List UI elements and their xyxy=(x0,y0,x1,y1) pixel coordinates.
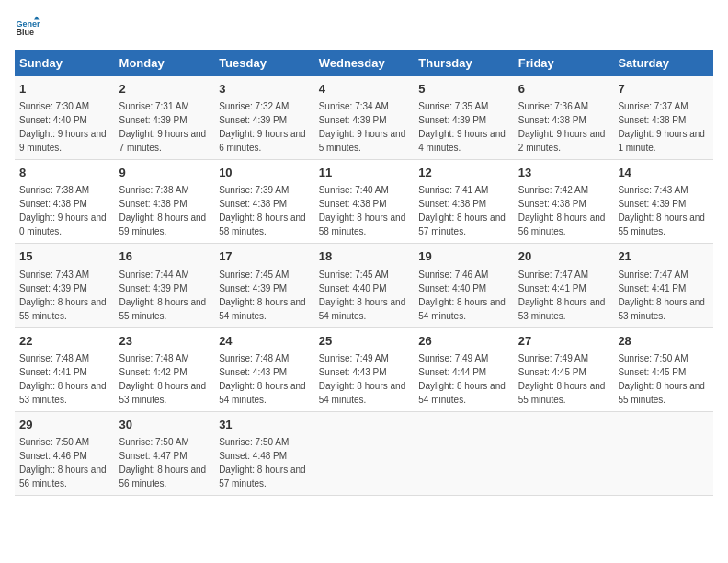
calendar-cell xyxy=(414,411,514,495)
calendar-cell: 17Sunrise: 7:45 AMSunset: 4:39 PMDayligh… xyxy=(214,244,314,327)
day-number: 14 xyxy=(618,165,709,181)
daylight-label: Daylight: 8 hours and 57 minutes. xyxy=(418,213,506,236)
weekday-header-tuesday: Tuesday xyxy=(214,50,314,76)
day-number: 15 xyxy=(19,248,110,265)
sunrise-label: Sunrise: 7:45 AM xyxy=(219,270,289,280)
daylight-label: Daylight: 8 hours and 53 minutes. xyxy=(119,381,207,405)
daylight-label: Daylight: 9 hours and 9 minutes. xyxy=(19,129,107,153)
calendar-week-row: 22Sunrise: 7:48 AMSunset: 4:41 PMDayligh… xyxy=(15,327,713,411)
sunrise-label: Sunrise: 7:40 AM xyxy=(319,185,389,195)
sunset-label: Sunset: 4:45 PM xyxy=(518,367,586,377)
calendar-cell: 9Sunrise: 7:38 AMSunset: 4:38 PMDaylight… xyxy=(115,160,215,244)
sunset-label: Sunset: 4:38 PM xyxy=(618,115,686,125)
sunset-label: Sunset: 4:38 PM xyxy=(219,199,287,209)
daylight-label: Daylight: 8 hours and 57 minutes. xyxy=(219,465,306,488)
day-number: 3 xyxy=(219,81,310,98)
day-number: 6 xyxy=(518,81,609,98)
daylight-label: Daylight: 8 hours and 55 minutes. xyxy=(618,381,705,405)
daylight-label: Daylight: 9 hours and 1 minute. xyxy=(618,129,705,153)
sunset-label: Sunset: 4:45 PM xyxy=(618,367,686,377)
weekday-header-thursday: Thursday xyxy=(414,50,514,76)
weekday-header-friday: Friday xyxy=(514,50,614,76)
weekday-header-monday: Monday xyxy=(115,50,215,76)
day-number: 30 xyxy=(119,417,210,433)
day-number: 18 xyxy=(319,248,410,265)
sunrise-label: Sunrise: 7:38 AM xyxy=(19,185,89,195)
calendar-week-row: 1Sunrise: 7:30 AMSunset: 4:40 PMDaylight… xyxy=(15,76,713,160)
svg-text:Blue: Blue xyxy=(16,28,34,37)
day-number: 24 xyxy=(219,333,310,350)
sunrise-label: Sunrise: 7:31 AM xyxy=(119,101,189,111)
day-number: 5 xyxy=(418,81,509,98)
calendar-cell: 14Sunrise: 7:43 AMSunset: 4:39 PMDayligh… xyxy=(613,160,713,244)
day-number: 13 xyxy=(518,165,609,181)
daylight-label: Daylight: 8 hours and 54 minutes. xyxy=(219,297,306,321)
calendar-cell xyxy=(314,411,415,495)
logo-icon: General Blue xyxy=(15,15,40,40)
daylight-label: Daylight: 8 hours and 59 minutes. xyxy=(119,213,207,236)
calendar-cell: 29Sunrise: 7:50 AMSunset: 4:46 PMDayligh… xyxy=(15,411,115,495)
sunrise-label: Sunrise: 7:38 AM xyxy=(119,185,189,195)
weekday-header-saturday: Saturday xyxy=(613,50,713,76)
sunrise-label: Sunrise: 7:30 AM xyxy=(19,101,89,111)
daylight-label: Daylight: 9 hours and 7 minutes. xyxy=(119,129,207,153)
calendar-cell: 1Sunrise: 7:30 AMSunset: 4:40 PMDaylight… xyxy=(15,76,115,160)
day-number: 23 xyxy=(119,333,210,350)
sunrise-label: Sunrise: 7:37 AM xyxy=(618,101,688,111)
calendar-cell: 22Sunrise: 7:48 AMSunset: 4:41 PMDayligh… xyxy=(15,327,115,411)
sunset-label: Sunset: 4:38 PM xyxy=(418,199,486,209)
day-number: 19 xyxy=(418,248,509,265)
day-number: 26 xyxy=(418,333,509,350)
calendar-cell: 8Sunrise: 7:38 AMSunset: 4:38 PMDaylight… xyxy=(15,160,115,244)
daylight-label: Daylight: 8 hours and 54 minutes. xyxy=(418,381,506,405)
daylight-label: Daylight: 8 hours and 56 minutes. xyxy=(119,465,207,488)
day-number: 10 xyxy=(219,165,310,181)
sunrise-label: Sunrise: 7:43 AM xyxy=(19,270,89,280)
calendar-cell: 10Sunrise: 7:39 AMSunset: 4:38 PMDayligh… xyxy=(214,160,314,244)
daylight-label: Daylight: 9 hours and 4 minutes. xyxy=(418,129,506,153)
sunset-label: Sunset: 4:40 PM xyxy=(418,283,486,293)
sunrise-label: Sunrise: 7:50 AM xyxy=(19,437,89,447)
calendar-cell xyxy=(514,411,614,495)
sunset-label: Sunset: 4:41 PM xyxy=(618,283,686,293)
calendar-cell: 21Sunrise: 7:47 AMSunset: 4:41 PMDayligh… xyxy=(613,244,713,327)
sunrise-label: Sunrise: 7:50 AM xyxy=(119,437,189,447)
sunset-label: Sunset: 4:39 PM xyxy=(119,115,188,125)
sunset-label: Sunset: 4:40 PM xyxy=(19,115,87,125)
daylight-label: Daylight: 8 hours and 55 minutes. xyxy=(518,381,606,405)
calendar-cell: 18Sunrise: 7:45 AMSunset: 4:40 PMDayligh… xyxy=(314,244,415,327)
sunset-label: Sunset: 4:44 PM xyxy=(418,367,486,377)
daylight-label: Daylight: 8 hours and 54 minutes. xyxy=(319,297,406,321)
calendar-cell: 27Sunrise: 7:49 AMSunset: 4:45 PMDayligh… xyxy=(514,327,614,411)
sunrise-label: Sunrise: 7:49 AM xyxy=(319,353,389,363)
day-number: 4 xyxy=(319,81,410,98)
weekday-header-sunday: Sunday xyxy=(15,50,115,76)
daylight-label: Daylight: 8 hours and 55 minutes. xyxy=(119,297,207,321)
calendar-cell: 30Sunrise: 7:50 AMSunset: 4:47 PMDayligh… xyxy=(115,411,215,495)
daylight-label: Daylight: 9 hours and 2 minutes. xyxy=(518,129,606,153)
sunset-label: Sunset: 4:41 PM xyxy=(518,283,586,293)
sunset-label: Sunset: 4:38 PM xyxy=(319,199,387,209)
sunrise-label: Sunrise: 7:47 AM xyxy=(518,270,588,280)
sunset-label: Sunset: 4:38 PM xyxy=(119,199,188,209)
sunrise-label: Sunrise: 7:48 AM xyxy=(119,353,189,363)
calendar-cell: 7Sunrise: 7:37 AMSunset: 4:38 PMDaylight… xyxy=(613,76,713,160)
sunset-label: Sunset: 4:47 PM xyxy=(119,451,188,461)
sunrise-label: Sunrise: 7:49 AM xyxy=(418,353,488,363)
daylight-label: Daylight: 8 hours and 53 minutes. xyxy=(618,297,705,321)
calendar-week-row: 8Sunrise: 7:38 AMSunset: 4:38 PMDaylight… xyxy=(15,160,713,244)
sunset-label: Sunset: 4:41 PM xyxy=(19,367,87,377)
sunset-label: Sunset: 4:39 PM xyxy=(618,199,686,209)
daylight-label: Daylight: 8 hours and 54 minutes. xyxy=(418,297,506,321)
daylight-label: Daylight: 9 hours and 5 minutes. xyxy=(319,129,406,153)
calendar-cell: 23Sunrise: 7:48 AMSunset: 4:42 PMDayligh… xyxy=(115,327,215,411)
sunrise-label: Sunrise: 7:34 AM xyxy=(319,101,389,111)
sunset-label: Sunset: 4:38 PM xyxy=(19,199,87,209)
day-number: 25 xyxy=(319,333,410,350)
day-number: 1 xyxy=(19,81,110,98)
calendar-cell: 31Sunrise: 7:50 AMSunset: 4:48 PMDayligh… xyxy=(214,411,314,495)
sunset-label: Sunset: 4:39 PM xyxy=(19,283,87,293)
sunset-label: Sunset: 4:46 PM xyxy=(19,451,87,461)
daylight-label: Daylight: 8 hours and 58 minutes. xyxy=(219,213,306,236)
calendar-cell: 26Sunrise: 7:49 AMSunset: 4:44 PMDayligh… xyxy=(414,327,514,411)
